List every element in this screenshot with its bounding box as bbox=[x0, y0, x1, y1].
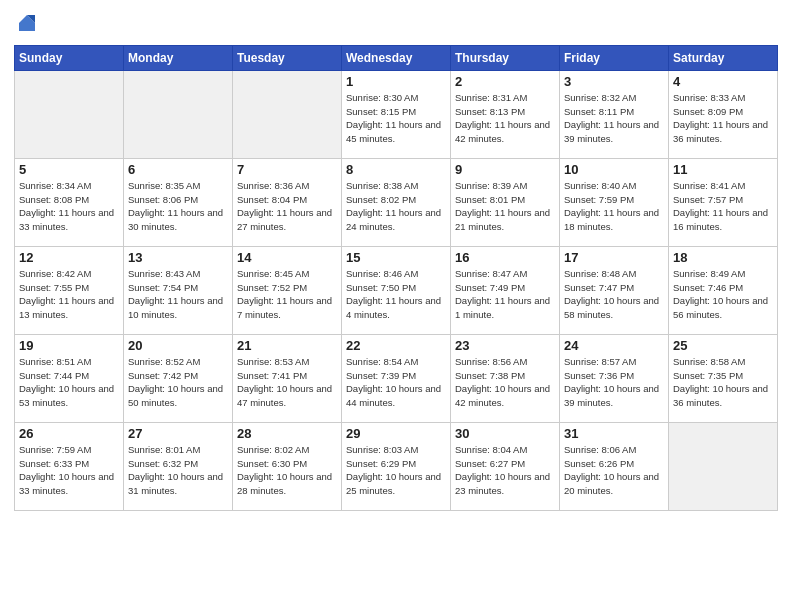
calendar-cell: 15Sunrise: 8:46 AM Sunset: 7:50 PM Dayli… bbox=[342, 246, 451, 334]
day-info: Sunrise: 8:33 AM Sunset: 8:09 PM Dayligh… bbox=[673, 91, 773, 146]
calendar-cell: 24Sunrise: 8:57 AM Sunset: 7:36 PM Dayli… bbox=[560, 334, 669, 422]
day-header-thursday: Thursday bbox=[451, 45, 560, 70]
day-number: 12 bbox=[19, 250, 119, 265]
day-number: 19 bbox=[19, 338, 119, 353]
calendar-cell: 4Sunrise: 8:33 AM Sunset: 8:09 PM Daylig… bbox=[669, 70, 778, 158]
day-info: Sunrise: 8:01 AM Sunset: 6:32 PM Dayligh… bbox=[128, 443, 228, 498]
calendar-cell: 5Sunrise: 8:34 AM Sunset: 8:08 PM Daylig… bbox=[15, 158, 124, 246]
day-info: Sunrise: 8:54 AM Sunset: 7:39 PM Dayligh… bbox=[346, 355, 446, 410]
day-info: Sunrise: 8:42 AM Sunset: 7:55 PM Dayligh… bbox=[19, 267, 119, 322]
day-header-wednesday: Wednesday bbox=[342, 45, 451, 70]
calendar-cell: 26Sunrise: 7:59 AM Sunset: 6:33 PM Dayli… bbox=[15, 422, 124, 510]
calendar-week-4: 19Sunrise: 8:51 AM Sunset: 7:44 PM Dayli… bbox=[15, 334, 778, 422]
day-info: Sunrise: 8:45 AM Sunset: 7:52 PM Dayligh… bbox=[237, 267, 337, 322]
calendar-cell: 19Sunrise: 8:51 AM Sunset: 7:44 PM Dayli… bbox=[15, 334, 124, 422]
day-number: 18 bbox=[673, 250, 773, 265]
day-number: 6 bbox=[128, 162, 228, 177]
day-info: Sunrise: 8:35 AM Sunset: 8:06 PM Dayligh… bbox=[128, 179, 228, 234]
calendar-cell: 2Sunrise: 8:31 AM Sunset: 8:13 PM Daylig… bbox=[451, 70, 560, 158]
day-header-sunday: Sunday bbox=[15, 45, 124, 70]
calendar-cell: 16Sunrise: 8:47 AM Sunset: 7:49 PM Dayli… bbox=[451, 246, 560, 334]
day-info: Sunrise: 8:40 AM Sunset: 7:59 PM Dayligh… bbox=[564, 179, 664, 234]
day-number: 4 bbox=[673, 74, 773, 89]
calendar-cell: 28Sunrise: 8:02 AM Sunset: 6:30 PM Dayli… bbox=[233, 422, 342, 510]
day-info: Sunrise: 8:52 AM Sunset: 7:42 PM Dayligh… bbox=[128, 355, 228, 410]
logo-icon bbox=[16, 12, 38, 34]
day-info: Sunrise: 8:39 AM Sunset: 8:01 PM Dayligh… bbox=[455, 179, 555, 234]
day-number: 13 bbox=[128, 250, 228, 265]
day-number: 16 bbox=[455, 250, 555, 265]
calendar-cell: 21Sunrise: 8:53 AM Sunset: 7:41 PM Dayli… bbox=[233, 334, 342, 422]
day-number: 30 bbox=[455, 426, 555, 441]
day-header-monday: Monday bbox=[124, 45, 233, 70]
calendar-cell: 9Sunrise: 8:39 AM Sunset: 8:01 PM Daylig… bbox=[451, 158, 560, 246]
day-info: Sunrise: 8:56 AM Sunset: 7:38 PM Dayligh… bbox=[455, 355, 555, 410]
day-number: 15 bbox=[346, 250, 446, 265]
day-info: Sunrise: 8:48 AM Sunset: 7:47 PM Dayligh… bbox=[564, 267, 664, 322]
day-number: 27 bbox=[128, 426, 228, 441]
day-number: 1 bbox=[346, 74, 446, 89]
calendar-cell: 1Sunrise: 8:30 AM Sunset: 8:15 PM Daylig… bbox=[342, 70, 451, 158]
day-number: 14 bbox=[237, 250, 337, 265]
day-info: Sunrise: 8:53 AM Sunset: 7:41 PM Dayligh… bbox=[237, 355, 337, 410]
calendar-cell: 17Sunrise: 8:48 AM Sunset: 7:47 PM Dayli… bbox=[560, 246, 669, 334]
calendar-cell: 18Sunrise: 8:49 AM Sunset: 7:46 PM Dayli… bbox=[669, 246, 778, 334]
day-number: 5 bbox=[19, 162, 119, 177]
calendar-cell: 14Sunrise: 8:45 AM Sunset: 7:52 PM Dayli… bbox=[233, 246, 342, 334]
day-info: Sunrise: 8:51 AM Sunset: 7:44 PM Dayligh… bbox=[19, 355, 119, 410]
calendar-cell: 6Sunrise: 8:35 AM Sunset: 8:06 PM Daylig… bbox=[124, 158, 233, 246]
day-info: Sunrise: 8:41 AM Sunset: 7:57 PM Dayligh… bbox=[673, 179, 773, 234]
calendar-cell: 13Sunrise: 8:43 AM Sunset: 7:54 PM Dayli… bbox=[124, 246, 233, 334]
calendar-cell: 11Sunrise: 8:41 AM Sunset: 7:57 PM Dayli… bbox=[669, 158, 778, 246]
day-info: Sunrise: 8:04 AM Sunset: 6:27 PM Dayligh… bbox=[455, 443, 555, 498]
day-number: 8 bbox=[346, 162, 446, 177]
calendar-cell: 10Sunrise: 8:40 AM Sunset: 7:59 PM Dayli… bbox=[560, 158, 669, 246]
header bbox=[14, 10, 778, 39]
calendar-cell: 25Sunrise: 8:58 AM Sunset: 7:35 PM Dayli… bbox=[669, 334, 778, 422]
calendar-cell bbox=[669, 422, 778, 510]
calendar-cell bbox=[124, 70, 233, 158]
day-info: Sunrise: 8:30 AM Sunset: 8:15 PM Dayligh… bbox=[346, 91, 446, 146]
day-info: Sunrise: 8:58 AM Sunset: 7:35 PM Dayligh… bbox=[673, 355, 773, 410]
page: SundayMondayTuesdayWednesdayThursdayFrid… bbox=[0, 0, 792, 612]
calendar-week-5: 26Sunrise: 7:59 AM Sunset: 6:33 PM Dayli… bbox=[15, 422, 778, 510]
day-info: Sunrise: 8:02 AM Sunset: 6:30 PM Dayligh… bbox=[237, 443, 337, 498]
day-info: Sunrise: 8:32 AM Sunset: 8:11 PM Dayligh… bbox=[564, 91, 664, 146]
calendar-cell: 23Sunrise: 8:56 AM Sunset: 7:38 PM Dayli… bbox=[451, 334, 560, 422]
day-info: Sunrise: 8:49 AM Sunset: 7:46 PM Dayligh… bbox=[673, 267, 773, 322]
calendar-cell bbox=[233, 70, 342, 158]
day-info: Sunrise: 8:31 AM Sunset: 8:13 PM Dayligh… bbox=[455, 91, 555, 146]
day-info: Sunrise: 7:59 AM Sunset: 6:33 PM Dayligh… bbox=[19, 443, 119, 498]
calendar-week-1: 1Sunrise: 8:30 AM Sunset: 8:15 PM Daylig… bbox=[15, 70, 778, 158]
day-info: Sunrise: 8:34 AM Sunset: 8:08 PM Dayligh… bbox=[19, 179, 119, 234]
day-info: Sunrise: 8:36 AM Sunset: 8:04 PM Dayligh… bbox=[237, 179, 337, 234]
calendar-cell: 31Sunrise: 8:06 AM Sunset: 6:26 PM Dayli… bbox=[560, 422, 669, 510]
day-info: Sunrise: 8:06 AM Sunset: 6:26 PM Dayligh… bbox=[564, 443, 664, 498]
day-number: 11 bbox=[673, 162, 773, 177]
calendar-header-row: SundayMondayTuesdayWednesdayThursdayFrid… bbox=[15, 45, 778, 70]
calendar-cell: 7Sunrise: 8:36 AM Sunset: 8:04 PM Daylig… bbox=[233, 158, 342, 246]
calendar-cell bbox=[15, 70, 124, 158]
calendar-week-2: 5Sunrise: 8:34 AM Sunset: 8:08 PM Daylig… bbox=[15, 158, 778, 246]
day-info: Sunrise: 8:38 AM Sunset: 8:02 PM Dayligh… bbox=[346, 179, 446, 234]
day-number: 17 bbox=[564, 250, 664, 265]
day-info: Sunrise: 8:43 AM Sunset: 7:54 PM Dayligh… bbox=[128, 267, 228, 322]
day-number: 20 bbox=[128, 338, 228, 353]
calendar-cell: 3Sunrise: 8:32 AM Sunset: 8:11 PM Daylig… bbox=[560, 70, 669, 158]
day-number: 26 bbox=[19, 426, 119, 441]
calendar-cell: 27Sunrise: 8:01 AM Sunset: 6:32 PM Dayli… bbox=[124, 422, 233, 510]
day-number: 28 bbox=[237, 426, 337, 441]
day-number: 29 bbox=[346, 426, 446, 441]
calendar-cell: 8Sunrise: 8:38 AM Sunset: 8:02 PM Daylig… bbox=[342, 158, 451, 246]
calendar-cell: 30Sunrise: 8:04 AM Sunset: 6:27 PM Dayli… bbox=[451, 422, 560, 510]
calendar: SundayMondayTuesdayWednesdayThursdayFrid… bbox=[14, 45, 778, 511]
calendar-cell: 20Sunrise: 8:52 AM Sunset: 7:42 PM Dayli… bbox=[124, 334, 233, 422]
day-number: 7 bbox=[237, 162, 337, 177]
day-number: 25 bbox=[673, 338, 773, 353]
day-header-tuesday: Tuesday bbox=[233, 45, 342, 70]
day-number: 2 bbox=[455, 74, 555, 89]
day-number: 22 bbox=[346, 338, 446, 353]
day-number: 31 bbox=[564, 426, 664, 441]
day-number: 23 bbox=[455, 338, 555, 353]
day-info: Sunrise: 8:57 AM Sunset: 7:36 PM Dayligh… bbox=[564, 355, 664, 410]
